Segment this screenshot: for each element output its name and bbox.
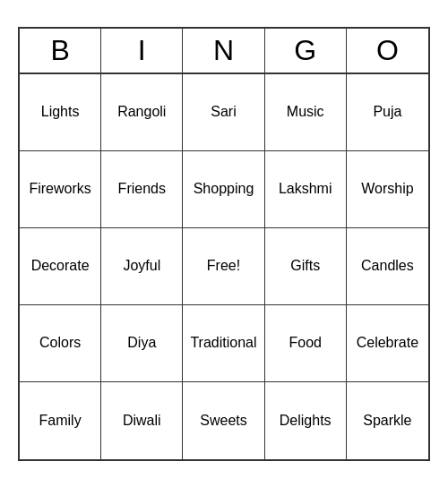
bingo-cell: Joyful bbox=[101, 228, 183, 305]
bingo-cell: Sweets bbox=[183, 382, 264, 459]
bingo-cell: Sari bbox=[183, 74, 264, 151]
header-letter: G bbox=[265, 29, 347, 73]
bingo-cell: Fireworks bbox=[20, 151, 101, 228]
cell-text: Music bbox=[287, 104, 324, 120]
cell-text: Free! bbox=[207, 258, 240, 274]
cell-text: Diwali bbox=[123, 413, 161, 429]
bingo-cell: Gifts bbox=[265, 228, 347, 305]
header-letter: N bbox=[183, 29, 264, 73]
header-letter: I bbox=[101, 29, 183, 73]
cell-text: Joyful bbox=[123, 258, 160, 274]
bingo-cell: Food bbox=[265, 305, 347, 382]
cell-text: Traditional bbox=[190, 335, 256, 351]
bingo-cell: Family bbox=[20, 382, 101, 459]
bingo-cell: Worship bbox=[347, 151, 428, 228]
bingo-header: BINGO bbox=[20, 29, 428, 74]
cell-text: Puja bbox=[373, 104, 401, 120]
cell-text: Celebrate bbox=[357, 335, 418, 351]
cell-text: Candles bbox=[361, 258, 414, 274]
cell-text: Sweets bbox=[200, 413, 246, 429]
bingo-cell: Friends bbox=[101, 151, 183, 228]
bingo-cell: Diwali bbox=[101, 382, 183, 459]
bingo-cell: Puja bbox=[347, 74, 428, 151]
bingo-cell: Free! bbox=[183, 228, 264, 305]
bingo-cell: Candles bbox=[347, 228, 428, 305]
cell-text: Worship bbox=[361, 181, 413, 197]
bingo-cell: Colors bbox=[20, 305, 101, 382]
bingo-cell: Traditional bbox=[183, 305, 264, 382]
cell-text: Rangoli bbox=[117, 104, 166, 120]
cell-text: Colors bbox=[39, 335, 81, 351]
bingo-cell: Shopping bbox=[183, 151, 264, 228]
cell-text: Lights bbox=[41, 104, 80, 120]
cell-text: Sparkle bbox=[363, 413, 411, 429]
cell-text: Food bbox=[289, 335, 321, 351]
bingo-cell: Sparkle bbox=[347, 382, 428, 459]
cell-text: Sari bbox=[211, 104, 236, 120]
header-letter: O bbox=[347, 29, 428, 73]
cell-text: Gifts bbox=[290, 258, 320, 274]
cell-text: Decorate bbox=[31, 258, 90, 274]
cell-text: Friends bbox=[118, 181, 166, 197]
cell-text: Diya bbox=[127, 335, 156, 351]
bingo-cell: Rangoli bbox=[101, 74, 183, 151]
header-letter: B bbox=[20, 29, 101, 73]
bingo-cell: Lights bbox=[20, 74, 101, 151]
cell-text: Lakshmi bbox=[279, 181, 332, 197]
bingo-cell: Music bbox=[265, 74, 347, 151]
bingo-cell: Diya bbox=[101, 305, 183, 382]
cell-text: Family bbox=[39, 413, 82, 429]
bingo-cell: Decorate bbox=[20, 228, 101, 305]
bingo-card: BINGO LightsRangoliSariMusicPujaFirework… bbox=[18, 27, 430, 461]
bingo-grid: LightsRangoliSariMusicPujaFireworksFrien… bbox=[20, 74, 428, 459]
bingo-cell: Celebrate bbox=[347, 305, 428, 382]
bingo-cell: Lakshmi bbox=[265, 151, 347, 228]
cell-text: Delights bbox=[280, 413, 332, 429]
bingo-cell: Delights bbox=[265, 382, 347, 459]
cell-text: Shopping bbox=[194, 181, 254, 197]
cell-text: Fireworks bbox=[29, 181, 90, 197]
